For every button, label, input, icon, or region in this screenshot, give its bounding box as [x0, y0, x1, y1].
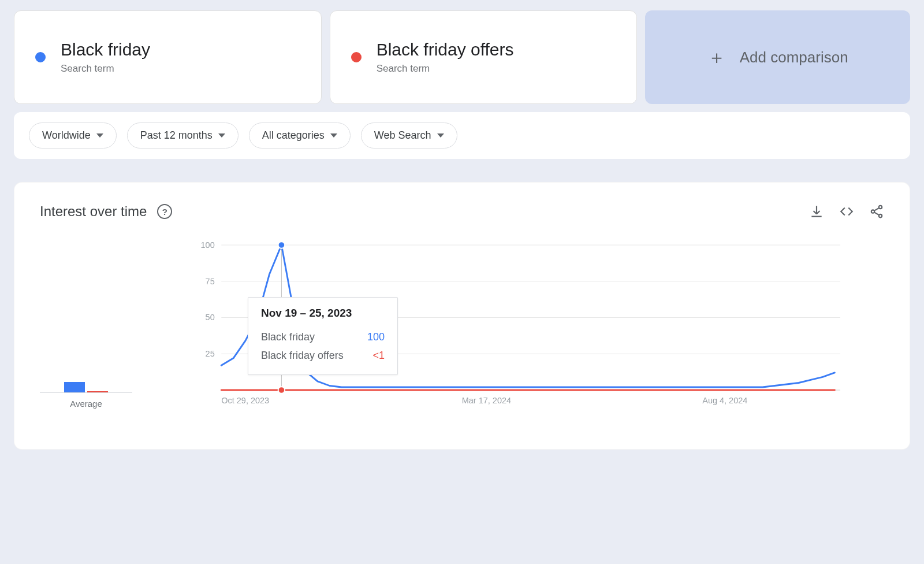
svg-text:Aug 4, 2024: Aug 4, 2024	[702, 396, 747, 405]
tooltip-row-2-name: Black friday offers	[261, 346, 344, 365]
series-color-dot-1	[35, 52, 46, 62]
filter-category[interactable]: All categories	[249, 123, 351, 149]
average-bars	[40, 243, 132, 393]
average-label: Average	[70, 399, 102, 409]
svg-text:75: 75	[206, 277, 215, 286]
tooltip-row-1-value: 100	[367, 328, 385, 346]
tooltip-row-1: Black friday 100	[261, 328, 385, 346]
filter-category-label: All categories	[262, 129, 325, 142]
filter-period[interactable]: Past 12 months	[127, 123, 239, 149]
add-comparison-label: Add comparison	[740, 49, 848, 66]
chart-title: Interest over time	[40, 203, 147, 220]
tooltip-row-2: Black friday offers <1	[261, 346, 385, 365]
comparison-cards-row: Black friday Search term Black friday of…	[14, 10, 910, 104]
svg-text:25: 25	[206, 349, 215, 358]
term-card-2[interactable]: Black friday offers Search term	[330, 10, 638, 104]
filter-bar: Worldwide Past 12 months All categories …	[14, 112, 910, 159]
term-card-2-text: Black friday offers Search term	[377, 40, 514, 75]
filter-surface-label: Web Search	[374, 129, 431, 142]
plus-icon: ＋	[707, 48, 726, 66]
average-column: Average	[40, 243, 132, 409]
svg-point-13	[278, 242, 285, 248]
tooltip-row-2-value: <1	[372, 346, 385, 365]
svg-text:100: 100	[201, 240, 215, 250]
chevron-down-icon	[437, 133, 444, 138]
page-root: Black friday Search term Black friday of…	[0, 0, 924, 564]
term-2-sub: Search term	[377, 63, 514, 75]
svg-point-0	[879, 206, 882, 209]
chevron-down-icon	[218, 133, 225, 138]
term-1-label: Black friday	[61, 40, 150, 60]
chart-actions	[809, 204, 884, 219]
average-bar-series-1	[64, 382, 85, 392]
series-color-dot-2	[351, 52, 362, 62]
chevron-down-icon	[96, 133, 103, 138]
plot-area[interactable]: 255075100Oct 29, 2023Mar 17, 2024Aug 4, …	[150, 245, 884, 409]
svg-point-1	[871, 210, 874, 213]
svg-point-2	[879, 214, 882, 217]
chevron-down-icon	[330, 133, 337, 138]
term-2-label: Black friday offers	[377, 40, 514, 60]
chart-tooltip: Nov 19 – 25, 2023 Black friday 100 Black…	[248, 297, 398, 375]
filter-surface[interactable]: Web Search	[361, 123, 457, 149]
svg-text:Oct 29, 2023: Oct 29, 2023	[221, 396, 269, 405]
chart-header: Interest over time ?	[40, 203, 884, 220]
svg-point-14	[278, 387, 285, 394]
tooltip-title: Nov 19 – 25, 2023	[261, 307, 385, 320]
filter-region[interactable]: Worldwide	[29, 123, 117, 149]
chart-body: Average 255075100Oct 29, 2023Mar 17, 202…	[40, 243, 884, 409]
svg-text:50: 50	[206, 313, 215, 322]
filter-region-label: Worldwide	[42, 129, 91, 142]
interest-over-time-panel: Interest over time ? Average	[14, 182, 910, 450]
embed-icon[interactable]	[839, 204, 854, 219]
help-icon[interactable]: ?	[157, 204, 172, 219]
average-bar-series-2	[87, 391, 108, 392]
tooltip-row-1-name: Black friday	[261, 328, 315, 346]
download-icon[interactable]	[809, 204, 824, 219]
share-icon[interactable]	[869, 204, 884, 219]
add-comparison-button[interactable]: ＋ Add comparison	[645, 10, 910, 104]
term-card-1-text: Black friday Search term	[61, 40, 150, 75]
term-card-1[interactable]: Black friday Search term	[14, 10, 322, 104]
svg-text:Mar 17, 2024: Mar 17, 2024	[462, 396, 511, 405]
filter-period-label: Past 12 months	[140, 129, 213, 142]
term-1-sub: Search term	[61, 63, 150, 75]
